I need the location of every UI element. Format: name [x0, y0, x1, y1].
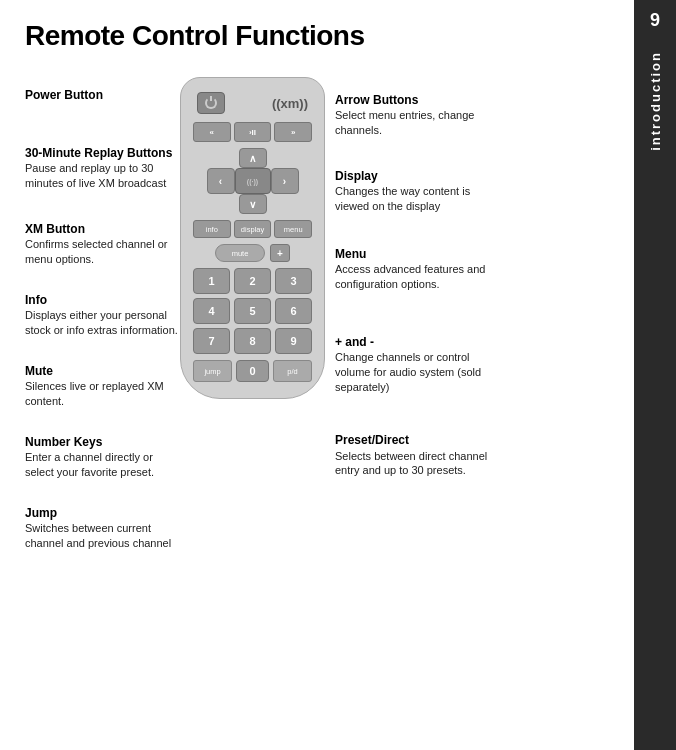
arrow-cluster: ∧ ‹ ((·)) › ∨ — [193, 148, 312, 214]
annotation-preset-text: Selects between direct channel entry and… — [335, 449, 495, 479]
arrow-left-button[interactable]: ‹ — [207, 168, 235, 194]
num-8-button[interactable]: 8 — [234, 328, 271, 354]
num-2-button[interactable]: 2 — [234, 268, 271, 294]
annotation-plusminus-text: Change channels or control volume for au… — [335, 350, 495, 395]
num-1-button[interactable]: 1 — [193, 268, 230, 294]
page-title: Remote Control Functions — [25, 20, 609, 52]
annotation-numkeys-title: Number Keys — [25, 434, 180, 450]
power-button[interactable] — [197, 92, 225, 114]
annotation-arrow: Arrow Buttons Select menu entries, chang… — [335, 92, 495, 138]
xm-waves-icon: ((xm)) — [272, 96, 308, 111]
num-4-button[interactable]: 4 — [193, 298, 230, 324]
annotation-plusminus: + and - Change channels or control volum… — [335, 334, 495, 395]
numpad: 1 2 3 4 5 6 7 8 9 — [193, 268, 312, 354]
annotation-preset-title: Preset/Direct — [335, 432, 495, 448]
annotation-jump-text: Switches between current channel and pre… — [25, 521, 180, 551]
annotation-30min-title: 30-Minute Replay Buttons — [25, 145, 180, 161]
annotation-display: Display Changes the way content is viewe… — [335, 168, 495, 214]
num-9-button[interactable]: 9 — [275, 328, 312, 354]
num-7-button[interactable]: 7 — [193, 328, 230, 354]
plus-button[interactable]: + — [270, 244, 290, 262]
annotation-xm: XM Button Confirms selected channel or m… — [25, 221, 180, 267]
annotation-mute-text: Silences live or replayed XM content. — [25, 379, 180, 409]
jump-button[interactable]: jump — [193, 360, 232, 382]
mute-plus-row: mute + — [193, 244, 312, 262]
main-content: Remote Control Functions Power Button 30… — [0, 0, 634, 750]
annotation-jump: Jump Switches between current channel an… — [25, 505, 180, 551]
info-button[interactable]: info — [193, 220, 231, 238]
remote-top-row: ((xm)) — [193, 92, 312, 114]
arrow-up-row: ∧ — [193, 148, 312, 168]
right-annotations: Arrow Buttons Select menu entries, chang… — [325, 77, 495, 500]
arrow-down-button[interactable]: ∨ — [239, 194, 267, 214]
annotation-info: Info Displays either your personal stock… — [25, 292, 180, 338]
annotation-power-title: Power Button — [25, 87, 180, 103]
xm-center-icon: ((·)) — [247, 178, 258, 185]
num-5-button[interactable]: 5 — [234, 298, 271, 324]
page-number: 9 — [650, 10, 660, 31]
xm-logo: ((xm)) — [272, 96, 308, 111]
annotation-preset: Preset/Direct Selects between direct cha… — [335, 432, 495, 478]
bottom-row: jump 0 p/d — [193, 360, 312, 382]
arrow-middle-row: ‹ ((·)) › — [193, 168, 312, 194]
annotation-numkeys: Number Keys Enter a channel directly or … — [25, 434, 180, 480]
annotation-info-text: Displays either your personal stock or i… — [25, 308, 180, 338]
annotation-xm-text: Confirms selected channel or menu option… — [25, 237, 180, 267]
remote-control: ((xm)) « ›II » ∧ ‹ — [180, 77, 325, 399]
annotation-power: Power Button — [25, 87, 180, 103]
arrow-right-button[interactable]: › — [271, 168, 299, 194]
transport-row: « ›II » — [193, 122, 312, 142]
fastforward-button[interactable]: » — [274, 122, 312, 142]
annotation-arrow-title: Arrow Buttons — [335, 92, 495, 108]
remote-wrapper: ((xm)) « ›II » ∧ ‹ — [180, 77, 325, 399]
page-tab: 9 introduction — [634, 0, 676, 750]
playpause-button[interactable]: ›II — [234, 122, 272, 142]
annotation-menu-title: Menu — [335, 246, 495, 262]
page-label: introduction — [648, 51, 663, 151]
num-3-button[interactable]: 3 — [275, 268, 312, 294]
mute-button[interactable]: mute — [215, 244, 265, 262]
annotation-menu-text: Access advanced features and configurati… — [335, 262, 495, 292]
annotation-30min-text: Pause and replay up to 30 minutes of liv… — [25, 161, 180, 191]
annotation-xm-title: XM Button — [25, 221, 180, 237]
menu-button[interactable]: menu — [274, 220, 312, 238]
annotation-jump-title: Jump — [25, 505, 180, 521]
arrow-down-row: ∨ — [193, 194, 312, 214]
xm-center-button[interactable]: ((·)) — [235, 168, 271, 194]
annotation-info-title: Info — [25, 292, 180, 308]
annotation-plusminus-title: + and - — [335, 334, 495, 350]
display-button[interactable]: display — [234, 220, 272, 238]
idm-row: info display menu — [193, 220, 312, 238]
annotation-menu: Menu Access advanced features and config… — [335, 246, 495, 292]
arrow-up-button[interactable]: ∧ — [239, 148, 267, 168]
left-annotations: Power Button 30-Minute Replay Buttons Pa… — [25, 77, 180, 564]
annotation-mute-title: Mute — [25, 363, 180, 379]
content-layout: Power Button 30-Minute Replay Buttons Pa… — [25, 77, 609, 564]
rewind-button[interactable]: « — [193, 122, 231, 142]
annotation-mute: Mute Silences live or replayed XM conten… — [25, 363, 180, 409]
pd-button[interactable]: p/d — [273, 360, 312, 382]
annotation-display-text: Changes the way content is viewed on the… — [335, 184, 495, 214]
annotation-numkeys-text: Enter a channel directly or select your … — [25, 450, 180, 480]
num-6-button[interactable]: 6 — [275, 298, 312, 324]
annotation-30min: 30-Minute Replay Buttons Pause and repla… — [25, 145, 180, 191]
num-0-button[interactable]: 0 — [236, 360, 269, 382]
power-icon — [205, 97, 217, 109]
annotation-display-title: Display — [335, 168, 495, 184]
annotation-arrow-text: Select menu entries, change channels. — [335, 108, 495, 138]
